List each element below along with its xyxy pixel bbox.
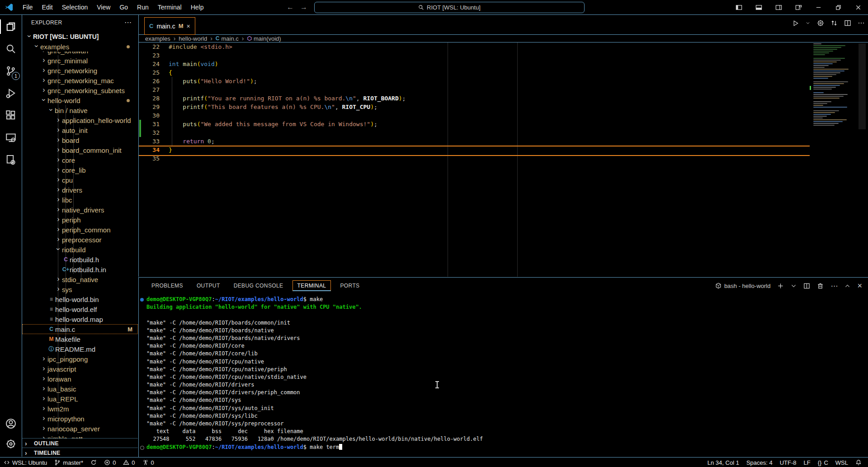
search-icon[interactable] [0,38,22,60]
settings-gear-icon[interactable] [0,433,22,455]
tree-item-cpu[interactable]: ›cpu [22,175,138,185]
split-editor-icon[interactable] [844,19,851,27]
code-line-23[interactable]: 23 [139,51,868,60]
customize-layout-icon[interactable] [788,0,808,14]
code-line-26[interactable]: 26 puts("Hello World!"); [139,77,868,85]
tree-item-hello-world[interactable]: ›hello-world [22,95,138,105]
editor-scrollbar[interactable] [856,42,868,277]
menu-run[interactable]: Run [132,0,153,14]
code-line-34[interactable]: 34} [139,146,868,154]
code-line-35[interactable]: 35 [139,154,868,163]
close-panel-icon[interactable]: × [857,281,862,291]
split-terminal-icon[interactable] [803,283,810,289]
minimize-icon[interactable] [808,0,828,14]
menu-view[interactable]: View [92,0,115,14]
terminal-title[interactable]: bash - hello-world [715,283,771,289]
editor-more-actions-icon[interactable] [858,19,865,27]
tree-item-core-lib[interactable]: ›core_lib [22,165,138,175]
tab-main-c[interactable]: C main.c M × [144,17,195,35]
menu-edit[interactable]: Edit [38,0,57,14]
breadcrumb-item[interactable]: hello-world [179,35,207,42]
editor-settings-gear-icon[interactable] [817,19,824,27]
panel-tab-output[interactable]: OUTPUT [192,281,225,291]
menu-selection[interactable]: Selection [57,0,93,14]
panel-more-actions-icon[interactable]: ⋯ [830,282,838,290]
tree-item-riotbuild-h[interactable]: Criotbuild.h [22,255,138,264]
tree-item-bin-native[interactable]: ›bin / native [22,105,138,115]
code-line-25[interactable]: 25{ [139,68,868,77]
tree-item-main-c[interactable]: Cmain.cM [22,324,138,334]
minimap[interactable] [810,42,856,277]
explorer-more-actions-icon[interactable]: ⋯ [124,18,132,27]
restore-icon[interactable] [828,0,848,14]
cursor-position[interactable]: Ln 34, Col 1 [704,458,743,467]
kill-terminal-icon[interactable] [817,283,824,289]
tree-item-gnrc-networking-mac[interactable]: ›gnrc_networking_mac [22,75,138,85]
command-center-search[interactable]: RIOT [WSL: Ubuntu] [314,2,585,13]
close-window-icon[interactable] [848,0,868,14]
tree-item-ipc-pingpong[interactable]: ›ipc_pingpong [22,354,138,364]
maximize-panel-icon[interactable] [844,283,850,289]
tree-item-javascript[interactable]: ›javascript [22,364,138,374]
code-line-33[interactable]: 33 return 0; [139,137,868,146]
terminal-output[interactable]: demo@DESKTOP-VGP80Q7:~/RIOT/examples/hel… [139,296,862,457]
tree-item-native-drivers[interactable]: ›native_drivers [22,205,138,215]
new-terminal-icon[interactable] [777,283,784,289]
tree-item-preprocessor[interactable]: ›preprocessor [22,235,138,245]
errors[interactable]: 0 [100,458,119,467]
compare-changes-icon[interactable] [830,19,838,27]
command-decoration-filled[interactable] [140,298,144,302]
code-line-24[interactable]: 24int main(void) [139,60,868,68]
warnings[interactable]: 0 [119,458,138,467]
tools-icon[interactable] [0,149,22,170]
breadcrumb[interactable]: examples›hello-world›Cmain.c›⬡main(void) [139,35,868,42]
tree-item-periph[interactable]: ›periph [22,215,138,225]
menu-go[interactable]: Go [115,0,132,14]
timeline-section[interactable]: ›TIMELINE [22,448,138,458]
tree-item-lwm2m[interactable]: ›lwm2m [22,404,138,414]
source-control-icon[interactable]: 1 [0,60,22,82]
panel-tab-problems[interactable]: PROBLEMS [147,281,188,291]
tree-item-examples[interactable]: ›examples [22,42,138,52]
tree-item-core[interactable]: ›core [22,155,138,165]
eol[interactable]: LF [800,458,814,467]
menu-file[interactable]: File [18,0,38,14]
layout-panel-icon[interactable] [749,0,769,14]
encoding[interactable]: UTF-8 [776,458,800,467]
tree-item-riotbuild[interactable]: ›riotbuild [22,245,138,255]
tree-item-micropython[interactable]: ›micropython [22,414,138,424]
menu-terminal[interactable]: Terminal [153,0,186,14]
code-line-29[interactable]: 29 printf("This board features a(n) %s C… [139,103,868,111]
nav-forward-icon[interactable]: → [300,3,307,11]
tree-item-periph-common[interactable]: ›periph_common [22,225,138,235]
tab-close-icon[interactable]: × [186,23,190,30]
layout-sidebar-icon[interactable] [729,0,749,14]
breadcrumb-item[interactable]: examples [145,35,170,42]
command-decoration-hollow[interactable] [140,446,144,450]
tree-item-riot-wsl-ubuntu-[interactable]: ›RIOT [WSL: UBUNTU] [22,32,138,42]
tree-item-gnrc-lorawan[interactable]: ›gnrc_lorawan [22,52,138,56]
tree-item-drivers[interactable]: ›drivers [22,185,138,195]
tree-item-board[interactable]: ›board [22,135,138,145]
run-dropdown-chevron-icon[interactable] [805,20,811,26]
wsl-badge[interactable]: WSL [832,458,852,467]
tree-item-hello-world-bin[interactable]: ≡hello-world.bin [22,294,138,304]
notifications-bell[interactable] [852,458,865,467]
tree-item-lua-repl[interactable]: ›lua_REPL [22,394,138,404]
breadcrumb-item[interactable]: Cmain.c [216,35,239,42]
sync-button[interactable] [87,458,100,467]
tree-item-hello-world-map[interactable]: ≡hello-world.map [22,314,138,324]
outline-section[interactable]: ›OUTLINE [22,438,138,448]
remote-explorer-icon[interactable] [0,127,22,148]
tree-item-readme-md[interactable]: ⓘREADME.md [22,344,138,354]
extensions-icon[interactable] [0,104,22,126]
tree-item-board-common-init[interactable]: ›board_common_init [22,145,138,155]
tree-item-libc[interactable]: ›libc [22,195,138,205]
tree-item-makefile[interactable]: MMakefile [22,334,138,344]
indentation[interactable]: Spaces: 4 [743,458,776,467]
tree-item-sys[interactable]: ›sys [22,284,138,294]
explorer-icon[interactable] [0,16,22,38]
tree-item-application-hello-world[interactable]: ›application_hello-world [22,115,138,125]
panel-tab-terminal[interactable]: TERMINAL [292,280,331,291]
code-editor[interactable]: 22#include <stdio.h>2324int main(void)25… [139,42,868,277]
